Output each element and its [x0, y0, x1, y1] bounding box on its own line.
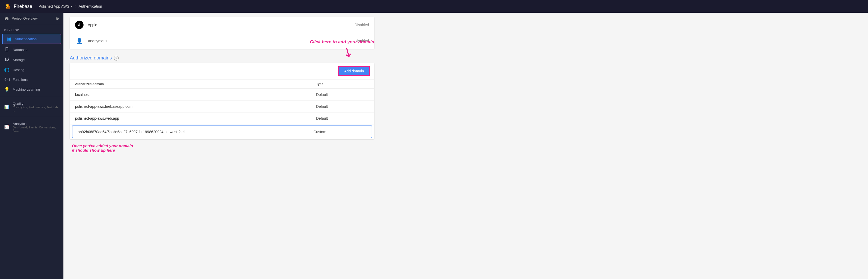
apple-provider-status: Disabled	[355, 23, 369, 27]
current-page-label: Authentication	[79, 4, 102, 8]
help-icon[interactable]: ?	[114, 56, 119, 61]
sidebar-item-database[interactable]: 🗄 Database	[0, 45, 63, 55]
domain-row-localhost: localhost Default	[70, 89, 374, 101]
project-dropdown-arrow: ▼	[70, 5, 73, 8]
settings-icon[interactable]: ⚙	[56, 16, 59, 21]
domain-table-col-headers: Authorized domain Type	[70, 80, 374, 89]
sidebar-item-label-hosting: Hosting	[13, 68, 24, 72]
sidebar-item-hosting[interactable]: 🌐 Hosting	[0, 65, 63, 75]
analytics-label: Analytics	[13, 122, 59, 126]
sidebar-item-ml[interactable]: 💡 Machine Learning	[0, 84, 63, 95]
bottom-annotation-line1: Once you've added your domain	[72, 144, 372, 148]
sidebar-item-label-ml: Machine Learning	[13, 88, 40, 91]
sidebar-item-label-storage: Storage	[13, 58, 25, 62]
authorized-domains-title: Authorized domains ?	[70, 55, 119, 61]
domain-value-localhost: localhost	[75, 92, 316, 97]
domain-type-webapp: Default	[316, 116, 369, 121]
analytics-sub: Dashboard, Events, Conversions, Au...	[13, 126, 59, 132]
sidebar-section-develop: Develop	[0, 24, 63, 33]
sidebar-item-label-functions: Functions	[13, 78, 28, 82]
main-layout: Project Overview ⚙ Develop 👥 Authenticat…	[0, 13, 868, 279]
sidebar-item-label-authentication: Authentication	[15, 37, 36, 41]
authentication-icon: 👥	[6, 36, 12, 41]
provider-row-apple: A Apple Disabled	[70, 17, 374, 33]
functions-icon: {·}	[4, 78, 9, 82]
sidebar-project-overview[interactable]: Project Overview ⚙	[0, 13, 63, 24]
add-domain-button[interactable]: Add domain	[338, 66, 370, 76]
domain-table-header: Add domain	[70, 63, 374, 80]
domain-row-firebaseapp: polished-app-aws.firebaseapp.com Default	[70, 101, 374, 113]
domain-value-firebaseapp: polished-app-aws.firebaseapp.com	[75, 104, 316, 108]
sidebar-item-functions[interactable]: {·} Functions	[0, 75, 63, 84]
content-inner: A Apple Disabled 👤 Anonymous Disabled Au…	[63, 17, 381, 161]
quality-sub: Crashlytics, Performance, Test Lab, ...	[13, 106, 59, 112]
sidebar-divider-1	[0, 97, 63, 97]
quality-icon: 📊	[4, 104, 9, 110]
sidebar-item-storage[interactable]: 🖼 Storage	[0, 55, 63, 65]
database-icon: 🗄	[4, 47, 9, 52]
domain-value-custom: ab92b08870ad54f5aabc6cc27c6907da-1998620…	[78, 130, 313, 134]
sidebar-item-analytics[interactable]: 📈 Analytics Dashboard, Events, Conversio…	[0, 119, 63, 135]
main-content: A Apple Disabled 👤 Anonymous Disabled Au…	[63, 13, 868, 279]
ml-icon: 💡	[4, 87, 9, 92]
project-selector[interactable]: Polished App AWS ▼	[39, 4, 73, 8]
domain-value-webapp: polished-app-aws.web.app	[75, 116, 316, 121]
section-title-text: Authorized domains	[70, 55, 112, 61]
hosting-icon: 🌐	[4, 67, 9, 72]
annotation-text: Click here to add your domain	[310, 39, 374, 45]
col-header-type: Type	[316, 82, 369, 86]
col-header-domain: Authorized domain	[75, 82, 316, 86]
bottom-annotation-line2-underline: it should show up here	[72, 148, 115, 152]
sidebar-item-quality[interactable]: 📊 Quality Crashlytics, Performance, Test…	[0, 99, 63, 115]
domain-type-custom: Custom	[313, 130, 366, 134]
project-overview-label: Project Overview	[12, 17, 37, 20]
sidebar-item-label-database: Database	[13, 48, 28, 52]
breadcrumb-separator: ›	[75, 4, 76, 9]
top-bar: Firebase Polished App AWS ▼ › Authentica…	[0, 0, 868, 13]
domain-row-custom: ab92b08870ad54f5aabc6cc27c6907da-1998620…	[72, 125, 372, 138]
apple-provider-icon: A	[75, 21, 84, 29]
domain-type-localhost: Default	[316, 92, 369, 97]
app-logo: Firebase	[4, 3, 32, 10]
firebase-logo-icon	[4, 3, 12, 10]
storage-icon: 🖼	[4, 57, 9, 62]
app-name: Firebase	[14, 4, 32, 9]
bottom-annotation-line2: it should show up here	[72, 148, 372, 152]
annotation-container: Click here to add your domain ↘	[310, 39, 374, 58]
project-overview-left: Project Overview	[4, 16, 37, 21]
sidebar: Project Overview ⚙ Develop 👥 Authenticat…	[0, 13, 63, 279]
apple-provider-name: Apple	[88, 23, 355, 27]
domain-type-firebaseapp: Default	[316, 104, 369, 108]
annotation-arrow: ↘	[340, 44, 356, 60]
project-name: Polished App AWS	[39, 4, 69, 8]
sidebar-item-authentication[interactable]: 👥 Authentication	[2, 34, 61, 44]
analytics-icon: 📈	[4, 124, 9, 129]
home-icon	[4, 16, 9, 21]
bottom-annotation: Once you've added your domain it should …	[70, 144, 374, 152]
domain-table-card: Add domain Authorized domain Type localh…	[70, 63, 374, 139]
domain-row-webapp: polished-app-aws.web.app Default	[70, 113, 374, 124]
quality-label: Quality	[13, 102, 59, 106]
authorized-domains-title-row: Authorized domains ? Click here to add y…	[70, 55, 374, 61]
anon-provider-icon: 👤	[75, 37, 84, 45]
